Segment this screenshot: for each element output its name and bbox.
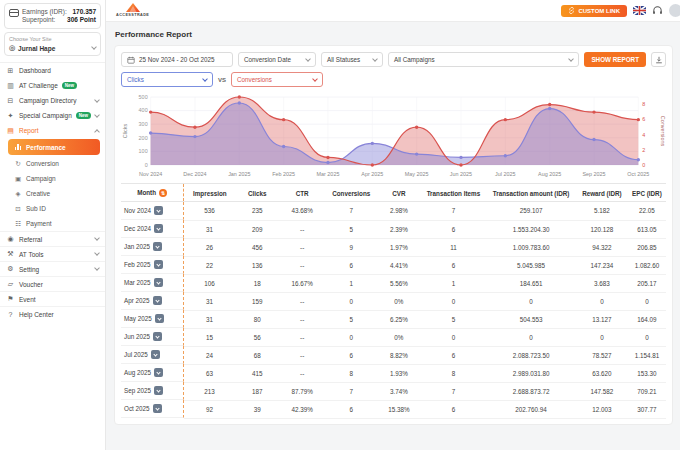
cvr-cell: 2.98% (377, 202, 421, 221)
sidebar-item-label: Sub ID (26, 205, 46, 212)
sidebar-item-conversion[interactable]: ↻Conversion (0, 156, 105, 171)
cvr-cell: 4.41% (377, 256, 421, 274)
svg-text:Sep 2025: Sep 2025 (582, 171, 605, 177)
month-cell: May 2025 (121, 310, 184, 328)
clicks-cell: 80 (235, 310, 279, 328)
earnings-label: Earnings (IDR): (22, 8, 67, 16)
impression-cell: 92 (184, 400, 236, 418)
sidebar-item-label: Performance (26, 144, 66, 151)
sidebar-item-at-challenge[interactable]: ▥AT ChallengeNew (0, 78, 105, 93)
table-row: Aug 202563415--81.93%82.989.031.8063.620… (121, 364, 666, 382)
sidebar-item-performance[interactable]: Performance (8, 139, 100, 155)
ctr-cell: -- (279, 220, 325, 238)
epc-cell: 164.09 (628, 310, 666, 328)
metric-left-value: Clicks (127, 76, 144, 83)
reward-cell: 0 (576, 292, 628, 310)
sidebar-item-sub-id[interactable]: ⊡Sub ID (0, 201, 105, 216)
ctr-cell: -- (279, 256, 325, 274)
chevron-down-icon (94, 250, 100, 256)
sidebar-item-label: Setting (19, 266, 39, 273)
month-expand-button[interactable] (153, 242, 162, 251)
amount-cell: 504.553 (486, 310, 576, 328)
epc-cell: 613.05 (628, 220, 666, 238)
sidebar-item-creative[interactable]: ◈Creative (0, 186, 105, 201)
date-type-select[interactable]: Conversion Date (238, 52, 316, 67)
svg-text:Jan 2025: Jan 2025 (228, 171, 250, 177)
sidebar-item-setting[interactable]: ⚙Setting (0, 261, 105, 276)
sidebar-item-label: Report (19, 127, 39, 134)
sidebar-item-report[interactable]: ▤Report (0, 123, 105, 138)
report-card: 25 Nov 2024 - 20 Oct 2025 Conversion Dat… (114, 45, 673, 425)
sidebar-item-campaign-directory[interactable]: ⊟Campaign Directory (0, 93, 105, 108)
report-table: Month⇅ImpressionClicksCTRConversionsCVRT… (121, 183, 666, 419)
sort-icon[interactable]: ⇅ (159, 189, 167, 197)
conversions-cell: 9 (325, 238, 377, 256)
sidebar-item-dashboard[interactable]: ⊞Dashboard (0, 63, 105, 78)
month-label: Jul 2025 (124, 351, 148, 358)
show-report-button[interactable]: SHOW REPORT (584, 52, 646, 67)
amount-cell: 259.107 (486, 202, 576, 221)
items-cell: 5 (421, 310, 486, 328)
wallet-icon (9, 9, 19, 17)
ctr-cell: 42.39% (279, 400, 325, 418)
vs-label: VS (218, 77, 226, 83)
svg-text:Feb 2025: Feb 2025 (272, 171, 295, 177)
month-expand-button[interactable] (153, 404, 162, 413)
date-range-picker[interactable]: 25 Nov 2024 - 20 Oct 2025 (121, 52, 233, 67)
site-selector[interactable]: Choose Your Site ◎Jurnal Hape (4, 32, 101, 56)
month-label: Sep 2025 (124, 387, 151, 394)
month-expand-button[interactable] (155, 314, 164, 323)
custom-link-button[interactable]: CUSTOM LINK (561, 5, 627, 17)
sidebar-item-label: Campaign (26, 175, 56, 182)
month-expand-button[interactable] (153, 296, 162, 305)
ctr-cell: -- (279, 364, 325, 382)
reward-cell: 94.322 (576, 238, 628, 256)
chevron-down-icon (91, 44, 97, 50)
month-expand-button[interactable] (154, 260, 163, 269)
sidebar-item-voucher[interactable]: ▱Voucher (0, 276, 105, 291)
sidebar-item-referral[interactable]: ◉Referral (0, 231, 105, 246)
month-expand-button[interactable] (154, 368, 163, 377)
sidebar-item-at-tools[interactable]: ⚒AT Tools (0, 246, 105, 261)
status-select[interactable]: All Statuses (321, 52, 383, 67)
month-expand-button[interactable] (151, 350, 160, 359)
month-expand-button[interactable] (154, 278, 163, 287)
svg-text:Jun 2025: Jun 2025 (450, 171, 472, 177)
choose-site-label: Choose Your Site (9, 36, 96, 42)
metric-right-select[interactable]: Conversions (231, 72, 323, 87)
column-header[interactable]: Month⇅ (121, 184, 184, 202)
items-cell: 1 (421, 274, 486, 292)
items-cell: 7 (421, 382, 486, 400)
reward-cell: 0 (576, 328, 628, 346)
campaigns-select[interactable]: All Campaigns (388, 52, 579, 67)
impression-cell: 31 (184, 310, 236, 328)
table-row: Nov 202453623543.68%72.98%7259.1075.1822… (121, 202, 666, 221)
column-header: Impression (184, 184, 236, 202)
sidebar-item-event[interactable]: ⚑Event (0, 291, 105, 306)
sidebar-item-campaign[interactable]: ▣Campaign (0, 171, 105, 186)
month-expand-button[interactable] (154, 206, 163, 215)
metric-left-select[interactable]: Clicks (121, 72, 213, 87)
metric-right-value: Conversions (237, 76, 272, 83)
support-headset-icon[interactable] (652, 5, 663, 16)
month-expand-button[interactable] (154, 386, 163, 395)
clicks-cell: 415 (235, 364, 279, 382)
month-expand-button[interactable] (153, 332, 162, 341)
download-report-button[interactable] (651, 52, 666, 67)
uk-flag-icon[interactable] (633, 6, 646, 15)
svg-text:Dec 2024: Dec 2024 (183, 171, 206, 177)
column-header: CVR (377, 184, 421, 202)
svg-text:Oct 2025: Oct 2025 (627, 171, 649, 177)
avatar[interactable] (669, 4, 680, 17)
month-label: Feb 2025 (124, 261, 151, 268)
link-icon (568, 7, 575, 14)
sidebar-item-help-center[interactable]: ?Help Center (0, 306, 105, 321)
column-header: Transaction Items (421, 184, 486, 202)
sidebar-item-payment[interactable]: ☷Payment (0, 216, 105, 231)
chevron-down-icon (94, 97, 100, 103)
sidebar-item-special-campaign[interactable]: ✦Special CampaignNew (0, 108, 105, 123)
month-expand-button[interactable] (154, 224, 163, 233)
ctr-cell: -- (279, 346, 325, 364)
clicks-cell: 136 (235, 256, 279, 274)
report-icon: ▤ (6, 127, 15, 135)
